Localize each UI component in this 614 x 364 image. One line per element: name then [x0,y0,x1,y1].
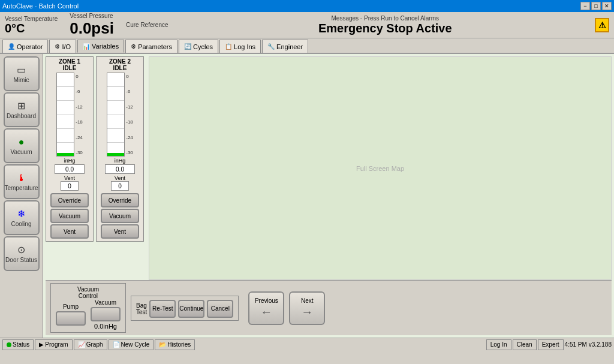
pump-label: Pump [63,303,79,310]
status-dot [7,342,11,347]
cancel-button[interactable]: Cancel [207,300,233,318]
program-item[interactable]: ▶ Program [35,339,72,350]
tab-engineer[interactable]: 🔧 Engineer [262,40,308,53]
tab-logins[interactable]: 📋 Log Ins [219,40,261,53]
zone1-panel: ZONE 1 IDLE [46,56,94,242]
zone1-vent-button[interactable]: Vent [50,224,89,239]
histories-item[interactable]: 📂 Histories [155,339,195,350]
main-layout: ▭ Mimic ⊞ Dashboard ● Vacuum 🌡 Temperatu… [0,54,614,338]
zone1-override-button[interactable]: Override [50,193,89,207]
bag-test-label: BagTest [136,302,147,315]
vessel-press-section: Vessel Pressure 0.0psi [70,13,114,38]
zone2-vent-input[interactable] [111,181,129,191]
vacuum-col: Vacuum 0.0inHg [91,299,121,330]
maximize-button[interactable]: □ [591,2,601,10]
cooling-icon: ❄ [17,208,25,219]
info-bar: Vessel Temperature 0°C Vessel Pressure 0… [0,12,614,38]
zone2-vent-button[interactable]: Vent [101,224,139,239]
previous-label: Previous [255,297,278,304]
zone2-title: ZONE 2 IDLE [109,58,131,71]
zone2-vacuum-button[interactable]: Vacuum [101,209,139,223]
graph-label: Graph [86,341,103,348]
retest-button[interactable]: Re-Test [149,300,176,318]
clean-label: Clean [517,341,532,348]
sidebar-item-temperature[interactable]: 🌡 Temperature [4,164,40,199]
zone2-inhg-input[interactable] [105,164,135,174]
tab-cycles[interactable]: 🔄 Cycles [179,40,218,53]
sidebar-item-doorstatus[interactable]: ⊙ Door Status [4,236,40,271]
warning-icon: ⚠ [595,18,609,32]
histories-icon: 📂 [159,341,166,348]
zone1-inhg-input[interactable] [55,164,85,174]
zone2-inhg-label: inHg [115,158,126,164]
sidebar-item-cooling[interactable]: ❄ Cooling [4,200,40,235]
tab-operator[interactable]: 👤 Operator [2,40,48,53]
mimic-icon: ▭ [17,64,26,76]
vessel-press-value: 0.0psi [70,19,114,38]
new-cycle-label: New Cycle [121,341,150,348]
zone2-panel: ZONE 2 IDLE [96,56,144,242]
next-button[interactable]: Next → [289,291,325,325]
bag-test-section: BagTest Re-Test Continue Cancel [131,296,239,321]
tab-io[interactable]: ⚙ I/O [49,40,76,53]
doorstatus-icon: ⊙ [17,244,25,255]
temperature-icon: 🌡 [17,173,26,183]
vacuum-button[interactable] [91,307,121,321]
zone1-vacuum-button[interactable]: Vacuum [50,209,89,223]
pump-button[interactable] [56,311,86,326]
pump-vacuum-section: Pump Vacuum 0.0inHg [56,299,121,330]
bag-test-row: BagTest Re-Test Continue Cancel [136,300,233,318]
graph-icon: 📈 [78,341,85,348]
sidebar-item-mimic[interactable]: ▭ Mimic [4,56,40,91]
sidebar: ▭ Mimic ⊞ Dashboard ● Vacuum 🌡 Temperatu… [0,54,43,338]
close-button[interactable]: ✕ [602,2,612,10]
io-icon: ⚙ [55,43,60,50]
zone1-gauge [56,73,74,157]
zone2-gauge [107,73,125,157]
program-icon: ▶ [39,341,44,348]
new-cycle-item[interactable]: 📄 New Cycle [109,339,154,350]
program-label: Program [45,341,68,348]
zone1-title: ZONE 1 IDLE [59,58,80,71]
dashboard-icon: ⊞ [17,100,25,112]
bottom-bar: VacuumControl Pump Vacuum 0.0inHg [46,280,612,335]
expert-item[interactable]: Expert [538,339,564,350]
app-title: AutoClave - Batch Control [2,2,79,10]
zone2-override-button[interactable]: Override [101,193,139,207]
graph-item[interactable]: 📈 Graph [74,339,107,350]
vacuum-reading: 0.0inHg [94,323,117,330]
center-content: Full Screen Map [149,56,612,280]
tab-bar: 👤 Operator ⚙ I/O 📊 Variables ⚙ Parameter… [0,38,614,54]
sidebar-item-dashboard[interactable]: ⊞ Dashboard [4,92,40,127]
continue-button[interactable]: Continue [178,300,204,318]
parameters-icon: ⚙ [131,43,136,50]
sidebar-item-vacuum[interactable]: ● Vacuum [4,128,40,163]
operator-icon: 👤 [8,43,15,50]
engineer-icon: 🔧 [267,43,275,50]
vessel-temp-value: 0°C [5,22,58,34]
status-item[interactable]: Status [2,339,34,350]
vacuum-icon: ● [19,137,25,148]
content-area: ZONE 1 IDLE [43,54,614,338]
minimize-button[interactable]: − [580,2,590,10]
clean-item[interactable]: Clean [513,339,537,350]
zone1-vent-input[interactable] [61,181,79,191]
next-label: Next [301,297,314,304]
zone1-gauge-wrapper: 0 -6 -12 -18 -24 -30 [56,73,83,158]
nav-section: Previous ← Next → [248,291,325,325]
zone1-vent-label: Vent [64,175,75,181]
login-label: Log In [490,341,507,348]
emergency-section: Messages - Press Run to Cancel Alarms Em… [180,15,590,35]
window-controls: − □ ✕ [580,2,612,10]
prev-arrow: ← [260,305,272,319]
previous-button[interactable]: Previous ← [248,291,284,325]
tab-parameters[interactable]: ⚙ Parameters [125,40,177,53]
status-label: Status [13,341,29,348]
full-screen-hint: Full Screen Map [356,165,404,172]
tab-variables[interactable]: 📊 Variables [77,40,124,53]
zone1-inhg-label: inHg [64,158,76,164]
zone2-vent-label: Vent [115,175,125,181]
cure-ref-section: Cure Reference [126,22,168,28]
login-item[interactable]: Log In [486,339,511,350]
messages-label: Messages - Press Run to Cancel Alarms [180,15,590,22]
